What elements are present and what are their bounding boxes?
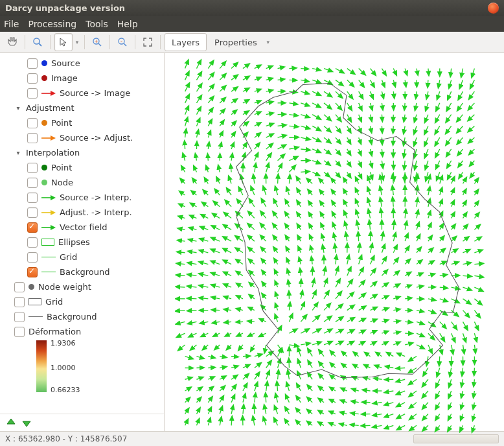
layer-item[interactable]: Point [3, 160, 164, 175]
close-icon[interactable] [488, 3, 499, 14]
collapse-icon[interactable]: ▾ [14, 104, 22, 112]
zoom-in-icon[interactable]: + [89, 34, 106, 51]
svg-line-313 [345, 191, 347, 195]
checkbox[interactable] [27, 178, 38, 188]
collapse-icon[interactable]: ▾ [14, 149, 22, 156]
checkbox[interactable] [27, 163, 38, 173]
svg-line-200 [243, 145, 246, 149]
layer-item[interactable]: Source [3, 56, 164, 71]
svg-line-731 [366, 378, 371, 379]
layer-item[interactable]: Source -> Image [3, 86, 164, 100]
checkbox[interactable] [27, 222, 38, 233]
svg-line-484 [214, 274, 220, 276]
layer-item[interactable]: Adjust. -> Interp. [3, 205, 164, 220]
layer-label: Background [60, 267, 110, 277]
checkbox[interactable] [27, 118, 38, 128]
menu-tools[interactable]: Tools [86, 19, 108, 29]
layer-item[interactable]: Source -> Interp. [3, 190, 164, 205]
svg-line-60 [428, 80, 428, 84]
svg-line-275 [206, 180, 208, 184]
svg-line-742 [196, 388, 200, 391]
svg-line-618 [262, 333, 266, 335]
layer-item[interactable]: Background [3, 264, 164, 279]
map-canvas[interactable] [165, 53, 504, 431]
zoom-out-icon[interactable]: - [114, 34, 131, 51]
checkbox[interactable] [27, 267, 38, 277]
fit-icon[interactable] [139, 34, 156, 51]
svg-line-642 [240, 345, 243, 348]
svg-line-724 [288, 373, 290, 379]
svg-line-583 [463, 311, 468, 316]
svg-line-507 [179, 287, 185, 287]
layer-item[interactable]: Image [3, 71, 164, 86]
svg-line-515 [276, 283, 277, 287]
tree-group[interactable]: ▾Adjustment [3, 100, 164, 115]
pan-icon[interactable] [4, 34, 21, 51]
dropdown-icon[interactable]: ▾ [265, 34, 271, 51]
svg-line-408 [238, 237, 243, 241]
checkbox[interactable] [14, 297, 25, 307]
menu-file[interactable]: File [4, 19, 19, 29]
svg-line-130 [336, 115, 339, 119]
svg-line-34 [428, 69, 429, 73]
checkbox[interactable] [27, 133, 38, 143]
layer-item[interactable]: Vector field [3, 220, 164, 235]
svg-line-843 [461, 425, 463, 429]
checkbox[interactable] [27, 73, 38, 84]
svg-line-827 [275, 420, 278, 425]
svg-line-98 [266, 102, 271, 103]
layer-item[interactable]: Grid [3, 294, 164, 309]
checkbox[interactable] [14, 327, 25, 337]
svg-line-260 [336, 172, 338, 176]
tree-group[interactable]: ▾Interpolation [3, 145, 164, 160]
checkbox[interactable] [27, 193, 38, 203]
svg-line-650 [336, 342, 341, 345]
dropdown-icon[interactable]: ▾ [74, 34, 80, 51]
svg-line-656 [405, 344, 410, 345]
svg-line-338 [333, 203, 336, 207]
zoom-icon[interactable] [29, 34, 46, 51]
layers-button[interactable]: Layers [165, 33, 207, 51]
svg-line-392 [358, 224, 359, 229]
svg-line-215 [415, 149, 417, 156]
svg-line-794 [196, 410, 198, 414]
svg-line-722 [266, 373, 269, 379]
svg-line-457 [201, 263, 208, 264]
svg-line-520 [336, 281, 339, 287]
checkbox[interactable] [14, 282, 25, 292]
properties-button[interactable]: Properties [208, 34, 264, 51]
svg-line-791 [462, 403, 463, 406]
svg-line-233 [324, 161, 328, 164]
svg-line-15 [208, 63, 212, 69]
svg-line-788 [424, 403, 428, 407]
svg-line-262 [359, 172, 361, 176]
svg-line-271 [461, 172, 463, 176]
checkbox[interactable] [27, 58, 38, 69]
layer-item[interactable]: Node [3, 175, 164, 190]
layer-item[interactable]: Point [3, 115, 164, 130]
menu-processing[interactable]: Processing [28, 19, 76, 29]
layer-item[interactable]: Grid [3, 250, 164, 264]
svg-line-230 [289, 158, 295, 160]
checkbox[interactable] [14, 312, 25, 322]
svg-line-464 [288, 261, 289, 264]
checkbox[interactable] [27, 207, 38, 218]
svg-line-647 [301, 344, 307, 345]
cursor-icon[interactable] [54, 33, 73, 51]
checkbox[interactable] [27, 88, 38, 99]
svg-line-728 [332, 377, 336, 379]
move-up-icon[interactable] [5, 417, 17, 428]
checkbox[interactable] [27, 237, 38, 248]
checkbox[interactable] [27, 252, 38, 263]
menu-help[interactable]: Help [117, 19, 138, 29]
svg-line-69 [231, 89, 235, 91]
layer-item[interactable]: Déformation [3, 324, 164, 339]
move-down-icon[interactable] [21, 417, 32, 428]
svg-line-428 [474, 239, 479, 241]
svg-line-195 [185, 144, 185, 149]
layer-item[interactable]: Source -> Adjust. [3, 130, 164, 145]
layer-item[interactable]: Ellipses [3, 235, 164, 250]
layer-item[interactable]: Background [3, 309, 164, 324]
svg-line-140 [448, 115, 452, 121]
layer-item[interactable]: Node weight [3, 279, 164, 294]
